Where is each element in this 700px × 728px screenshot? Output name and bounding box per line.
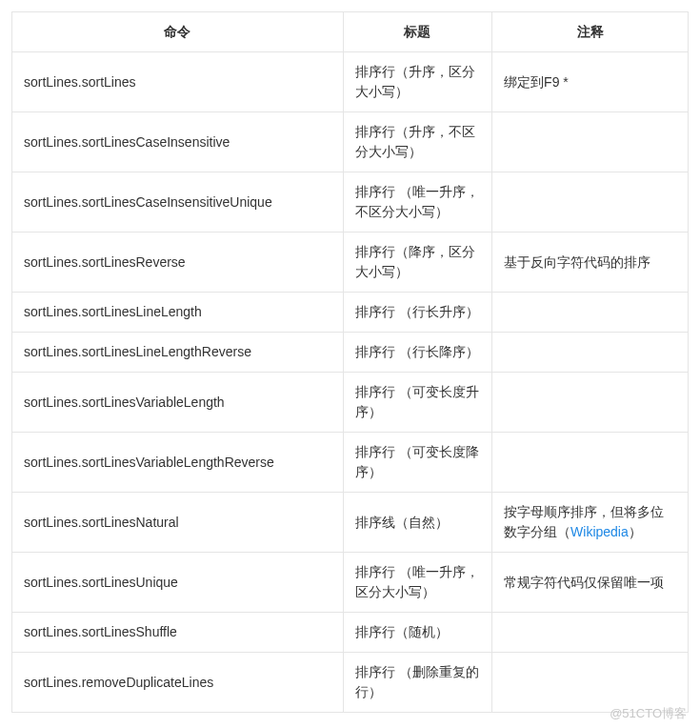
cell-command: sortLines.sortLinesReverse bbox=[12, 233, 344, 293]
cell-command: sortLines.sortLinesShuffle bbox=[12, 613, 344, 653]
cell-title: 排序行（升序，不区分大小写） bbox=[343, 112, 491, 172]
header-command: 命令 bbox=[12, 12, 344, 52]
cell-note bbox=[492, 293, 689, 333]
table-row: sortLines.sortLinesCaseInsensitiveUnique… bbox=[12, 172, 689, 233]
cell-command: sortLines.sortLinesVariableLength bbox=[12, 373, 344, 433]
cell-title: 排序行 （可变长度升序） bbox=[343, 373, 491, 433]
cell-note bbox=[492, 373, 689, 433]
cell-note bbox=[492, 112, 689, 172]
cell-note: 基于反向字符代码的排序 bbox=[492, 233, 689, 293]
cell-command: sortLines.sortLinesUnique bbox=[12, 553, 344, 613]
cell-title: 排序行 （行长升序） bbox=[343, 293, 491, 333]
cell-note bbox=[492, 613, 689, 653]
cell-title: 排序行（随机） bbox=[343, 613, 491, 653]
cell-title: 排序行 （行长降序） bbox=[343, 333, 491, 373]
table-row: sortLines.sortLinesLineLength排序行 （行长升序） bbox=[12, 293, 689, 333]
cell-title: 排序行（降序，区分大小写） bbox=[343, 233, 491, 293]
cell-note bbox=[492, 333, 689, 373]
header-title: 标题 bbox=[343, 12, 491, 52]
cell-command: sortLines.sortLinesLineLengthReverse bbox=[12, 333, 344, 373]
cell-title: 排序行（升序，区分大小写） bbox=[343, 52, 491, 112]
table-row: sortLines.sortLinesVariableLengthReverse… bbox=[12, 433, 689, 493]
cell-title: 排序行 （唯一升序，不区分大小写） bbox=[343, 172, 491, 233]
table-row: sortLines.sortLinesUnique排序行 （唯一升序，区分大小写… bbox=[12, 553, 689, 613]
cell-note: 绑定到F9 * bbox=[492, 52, 689, 112]
cell-note: 常规字符代码仅保留唯一项 bbox=[492, 553, 689, 613]
note-link[interactable]: Wikipedia bbox=[570, 524, 629, 539]
cell-title: 排序行 （可变长度降序） bbox=[343, 433, 491, 493]
commands-table: 命令 标题 注释 sortLines.sortLines排序行（升序，区分大小写… bbox=[11, 11, 689, 713]
cell-note bbox=[492, 653, 689, 713]
cell-command: sortLines.sortLinesVariableLengthReverse bbox=[12, 433, 344, 493]
table-row: sortLines.sortLinesVariableLength排序行 （可变… bbox=[12, 373, 689, 433]
table-row: sortLines.sortLinesReverse排序行（降序，区分大小写）基… bbox=[12, 233, 689, 293]
cell-title: 排序线（自然） bbox=[343, 493, 491, 553]
cell-command: sortLines.removeDuplicateLines bbox=[12, 653, 344, 713]
cell-command: sortLines.sortLinesCaseInsensitive bbox=[12, 112, 344, 172]
cell-title: 排序行 （唯一升序，区分大小写） bbox=[343, 553, 491, 613]
table-row: sortLines.sortLinesNatural排序线（自然）按字母顺序排序… bbox=[12, 493, 689, 553]
cell-title: 排序行 （删除重复的行） bbox=[343, 653, 491, 713]
cell-command: sortLines.sortLinesNatural bbox=[12, 493, 344, 553]
table-row: sortLines.sortLines排序行（升序，区分大小写）绑定到F9 * bbox=[12, 52, 689, 112]
note-text: ） bbox=[629, 524, 642, 539]
cell-command: sortLines.sortLinesCaseInsensitiveUnique bbox=[12, 172, 344, 233]
cell-note bbox=[492, 433, 689, 493]
table-row: sortLines.sortLinesLineLengthReverse排序行 … bbox=[12, 333, 689, 373]
cell-command: sortLines.sortLinesLineLength bbox=[12, 293, 344, 333]
cell-command: sortLines.sortLines bbox=[12, 52, 344, 112]
table-row: sortLines.removeDuplicateLines排序行 （删除重复的… bbox=[12, 653, 689, 713]
header-note: 注释 bbox=[492, 12, 689, 52]
cell-note: 按字母顺序排序，但将多位数字分组（Wikipedia） bbox=[492, 493, 689, 553]
cell-note bbox=[492, 172, 689, 233]
table-row: sortLines.sortLinesCaseInsensitive排序行（升序… bbox=[12, 112, 689, 172]
table-row: sortLines.sortLinesShuffle排序行（随机） bbox=[12, 613, 689, 653]
